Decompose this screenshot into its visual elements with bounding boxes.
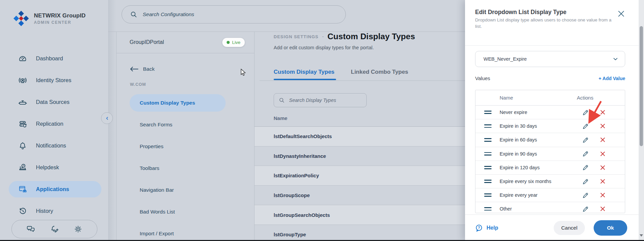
display-type-row[interactable]: lstExpirationPolicy xyxy=(255,166,465,186)
sidebar-item-label: Notifications xyxy=(36,142,66,149)
ok-button[interactable]: Ok xyxy=(594,220,627,236)
delete-x-icon[interactable] xyxy=(600,165,605,170)
subnav-item-properties[interactable]: Properties xyxy=(117,135,254,157)
delete-x-icon[interactable] xyxy=(600,206,605,212)
value-row: Expire in 30 days xyxy=(475,119,625,133)
delete-x-icon[interactable] xyxy=(600,123,605,129)
edit-pencil-icon[interactable] xyxy=(582,164,589,171)
subnav-item-bad-words-list[interactable]: Bad Words List xyxy=(117,201,254,223)
settings-gear-icon[interactable] xyxy=(74,225,83,234)
value-name: Expire in 30 days xyxy=(500,123,537,129)
delete-x-icon[interactable] xyxy=(600,192,605,198)
display-type-row[interactable]: lstGroupType xyxy=(255,225,465,241)
delete-x-icon[interactable] xyxy=(600,137,605,142)
drag-handle-icon[interactable] xyxy=(484,152,492,156)
value-name: Expire in 60 days xyxy=(500,137,537,142)
drag-handle-icon[interactable] xyxy=(484,111,492,114)
breadcrumb: DESIGN SETTINGS - Custom Display Types xyxy=(274,31,415,42)
display-type-row[interactable]: lstGroupSearchObjects xyxy=(255,205,465,225)
panel-title: Edit Dropdown List Display Type xyxy=(475,9,566,16)
tab-linked-combo-types[interactable]: Linked Combo Types xyxy=(351,69,408,75)
display-type-name: lstDefaultSearchObjects xyxy=(274,133,332,139)
sidebar-collapse-button[interactable] xyxy=(101,112,113,124)
values-actions-header: Actions xyxy=(577,95,593,101)
page-title: Custom Display Types xyxy=(327,32,415,41)
display-types-list: lstDefaultSearchObjects lstDynastyInheri… xyxy=(255,127,465,241)
drag-handle-icon[interactable] xyxy=(484,207,492,210)
panel-header-divider xyxy=(465,45,644,46)
edit-pencil-icon[interactable] xyxy=(582,109,589,116)
notification-edit-icon[interactable] xyxy=(50,225,59,234)
sidebar-item-data-sources[interactable]: Data Sources xyxy=(0,91,108,113)
drag-handle-icon[interactable] xyxy=(484,124,492,128)
value-row: Other xyxy=(475,202,625,213)
sidebar-item-history[interactable]: History xyxy=(0,200,108,222)
display-type-row[interactable]: lstGroupScope xyxy=(255,186,465,205)
primary-nav: Dashboard Identity Stores Data Sources R… xyxy=(0,48,108,222)
display-type-dropdown[interactable]: WEB_Never_Expire xyxy=(475,51,625,67)
brand-logo: NETWRIX GroupID ADMIN CENTER xyxy=(13,10,86,27)
delete-x-icon[interactable] xyxy=(600,110,605,115)
display-type-search-input[interactable] xyxy=(288,97,366,103)
subnav-item-navigation-bar[interactable]: Navigation Bar xyxy=(117,179,254,201)
scrollbar-down-arrow-icon[interactable] xyxy=(640,234,643,237)
column-header-name: Name xyxy=(274,115,287,121)
delete-x-icon[interactable] xyxy=(600,179,605,184)
drag-handle-icon[interactable] xyxy=(484,180,492,183)
subnav-item-import-export[interactable]: Import / Export xyxy=(117,223,254,241)
sidebar-item-identity-stores[interactable]: Identity Stores xyxy=(0,69,108,91)
subnav-item-toolbars[interactable]: Toolbars xyxy=(117,157,254,179)
feedback-chat-icon[interactable] xyxy=(26,225,35,234)
server-sync-icon xyxy=(18,119,27,128)
display-type-name: lstGroupSearchObjects xyxy=(274,212,330,218)
sidebar-item-applications[interactable]: Applications xyxy=(0,178,108,200)
laptop-question-icon: ? xyxy=(18,163,27,172)
sidebar-item-helpdesk[interactable]: ? Helpdesk xyxy=(0,157,108,178)
drag-handle-icon[interactable] xyxy=(484,166,492,169)
cancel-button[interactable]: Cancel xyxy=(554,221,585,235)
sidebar-item-notifications[interactable]: Notifications xyxy=(0,135,108,157)
tab-custom-display-types[interactable]: Custom Display Types xyxy=(274,69,334,75)
edit-pencil-icon[interactable] xyxy=(582,192,589,198)
sidebar-item-dashboard[interactable]: Dashboard xyxy=(0,48,108,69)
value-row: Expire in 120 days xyxy=(475,161,625,175)
subnav-item-custom-display-types[interactable]: Custom Display Types xyxy=(117,92,254,114)
display-type-row[interactable]: lstDefaultSearchObjects xyxy=(255,127,465,146)
scrollbar-thumb[interactable] xyxy=(640,26,643,146)
svg-text:?: ? xyxy=(23,164,25,167)
portal-header-row[interactable]: GroupIDPortal Live xyxy=(117,32,254,53)
drag-handle-icon[interactable] xyxy=(484,138,492,141)
edit-pencil-icon[interactable] xyxy=(582,178,589,185)
edit-pencil-icon[interactable] xyxy=(582,123,589,129)
sidebar-item-replication[interactable]: Replication xyxy=(0,113,108,135)
sidebar-footer-toolbar xyxy=(11,220,97,238)
app-root: NETWRIX GroupID ADMIN CENTER Dashboard I… xyxy=(0,0,644,241)
help-link[interactable]: ? Help xyxy=(474,224,498,233)
portal-settings-sidebar: GroupIDPortal Live Back W.COM Custom Dis… xyxy=(116,32,255,241)
drag-handle-icon[interactable] xyxy=(484,193,492,197)
global-search-input[interactable] xyxy=(142,11,346,18)
search-icon xyxy=(279,97,285,103)
add-value-link[interactable]: + Add Value xyxy=(599,76,625,81)
value-row: Expire every six months xyxy=(475,175,625,188)
subnav-item-search-forms[interactable]: Search Forms xyxy=(117,114,254,135)
chevron-left-icon xyxy=(104,116,110,121)
chevron-down-icon xyxy=(612,56,619,62)
close-icon[interactable] xyxy=(617,9,626,18)
value-row: Expire every year xyxy=(475,188,625,202)
brand-name: NETWRIX GroupID xyxy=(34,12,86,19)
bell-icon xyxy=(18,141,27,150)
value-row: Never expire xyxy=(475,106,625,119)
back-button[interactable]: Back xyxy=(117,63,254,75)
edit-pencil-icon[interactable] xyxy=(582,206,589,212)
brand-text: NETWRIX GroupID ADMIN CENTER xyxy=(34,12,86,25)
live-status-badge: Live xyxy=(222,38,245,47)
active-tab-underline xyxy=(274,79,336,80)
edit-pencil-icon[interactable] xyxy=(582,137,589,143)
search-icon xyxy=(130,11,137,18)
help-question-bubble-icon: ? xyxy=(474,224,484,233)
delete-x-icon[interactable] xyxy=(600,151,605,157)
edit-pencil-icon[interactable] xyxy=(582,150,589,157)
display-type-name: lstGroupType xyxy=(274,232,306,237)
display-type-row[interactable]: lstDynastyInheritance xyxy=(255,146,465,166)
